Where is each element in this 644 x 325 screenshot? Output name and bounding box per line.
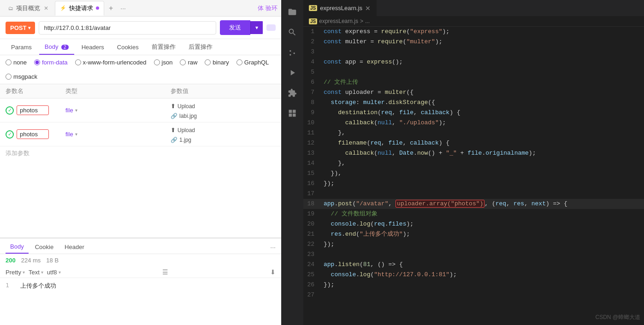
body-json-option[interactable]: json <box>154 59 173 66</box>
text-selector[interactable]: Text ▾ <box>29 269 43 276</box>
request-icon: ⚡ <box>60 5 66 11</box>
line-number-23: 23 <box>303 250 322 260</box>
line-number-17: 17 <box>303 189 322 199</box>
tab-cookies[interactable]: Cookies <box>112 40 144 54</box>
line-number-3: 3 <box>303 47 322 57</box>
source-control-icon[interactable] <box>284 44 301 61</box>
code-line-2: 2const multer = require("multer"); <box>303 37 644 47</box>
code-line-9: 9 destination(req, file, callback) { <box>303 108 644 118</box>
line-number-14: 14 <box>303 158 322 168</box>
editor-tab-expresslearn[interactable]: JS expressLearn.js ✕ <box>303 0 377 16</box>
bottom-tab-body[interactable]: Body <box>6 240 29 254</box>
body-urlencoded-option[interactable]: x-www-form-urlencoded <box>75 59 147 66</box>
code-line-27: 27 <box>303 290 644 300</box>
code-line-19: 19 // 文件数组对象 <box>303 209 644 219</box>
body-binary-option[interactable]: binary <box>205 59 229 66</box>
code-text-18: app.post("/avatar", uploader.array("phot… <box>322 199 644 209</box>
encoding-selector[interactable]: utf8 ▾ <box>47 269 61 276</box>
files-icon[interactable] <box>284 4 301 20</box>
download-icon[interactable]: ⬇ <box>270 268 276 276</box>
code-text-1: const express = require("express"); <box>322 27 644 37</box>
pretty-chevron-icon: ▾ <box>23 270 25 275</box>
line-number-9: 9 <box>303 108 322 118</box>
params-table-body: ✓ photos file ▾ ⬆ Upload 🔗 labi.jpg <box>0 99 281 238</box>
tabs-bar: 🗂 项目概览 ✕ ⚡ 快捷请求 + ··· 体 验环 <box>0 0 281 17</box>
search-icon[interactable] <box>284 24 301 41</box>
line-number-11: 11 <box>303 128 322 138</box>
line-number-16: 16 <box>303 179 322 189</box>
tab-pre-operation[interactable]: 前置操作 <box>146 39 181 55</box>
code-line-25: 25 console.log("http://127.0.0.1:81"); <box>303 270 644 280</box>
tab-post-operation[interactable]: 后置操作 <box>183 39 218 55</box>
code-text-6: // 文件上传 <box>322 77 644 87</box>
body-msgpack-option[interactable]: msgpack <box>6 73 37 80</box>
line-number-8: 8 <box>303 98 322 108</box>
tab-add-button[interactable]: + <box>106 3 116 13</box>
bottom-tabs: Body Cookie Header ··· <box>0 238 281 254</box>
bottom-tab-header[interactable]: Header <box>60 241 89 253</box>
response-status-bar: 200 224 ms 18 B <box>0 254 281 267</box>
param-check-2[interactable]: ✓ <box>6 130 14 139</box>
table-row: ✓ photos file ▾ ⬆ Upload 🔗 1.jpg <box>0 122 281 146</box>
tab-request[interactable]: ⚡ 快捷请求 <box>55 1 104 16</box>
code-text-7: const uploader = multer({ <box>322 87 644 98</box>
param-type-cell-1[interactable]: file ▾ <box>65 107 171 114</box>
code-line-23: 23 <box>303 250 644 260</box>
editor-content[interactable]: 1const express = require("express");2con… <box>303 27 644 325</box>
code-text-8: storage: multer.diskStorage({ <box>322 98 644 108</box>
editor-tab-close[interactable]: ✕ <box>365 5 371 12</box>
tab-more-button[interactable]: ··· <box>118 4 129 13</box>
code-text-2: const multer = require("multer"); <box>322 37 644 47</box>
request-bar: POST ▾ 发送 ▾ <box>0 17 281 39</box>
table-row: ✓ photos file ▾ ⬆ Upload 🔗 labi.jpg <box>0 99 281 122</box>
experience-button[interactable]: 体 验环 <box>258 4 278 12</box>
unsaved-dot <box>96 6 99 10</box>
send-main-button[interactable]: 发送 <box>220 20 250 35</box>
code-text-16: }); <box>322 179 644 189</box>
body-options: none form-data x-www-form-urlencoded jso… <box>0 55 281 84</box>
send-arrow-button[interactable]: ▾ <box>250 21 263 34</box>
method-selector[interactable]: POST ▾ <box>6 22 35 34</box>
tab-project[interactable]: 🗂 项目概览 ✕ <box>4 1 53 16</box>
pretty-selector[interactable]: Pretty ▾ <box>6 269 25 276</box>
add-param-button[interactable]: 添加参数 <box>0 146 281 160</box>
code-text-9: destination(req, file, callback) { <box>322 108 644 118</box>
status-code: 200 <box>6 257 16 264</box>
format-icon[interactable]: ☰ <box>162 268 168 276</box>
bottom-section: Body Cookie Header ··· 200 224 ms 18 B P… <box>0 238 281 325</box>
body-raw-option[interactable]: raw <box>180 59 197 66</box>
code-line-14: 14 }, <box>303 158 644 168</box>
tab-headers[interactable]: Headers <box>76 40 110 54</box>
tab-request-label: 快捷请求 <box>69 4 93 12</box>
bottom-more-button[interactable]: ··· <box>270 244 276 251</box>
code-line-15: 15 }), <box>303 168 644 179</box>
extensions-icon[interactable] <box>284 85 301 101</box>
code-line-6: 6// 文件上传 <box>303 77 644 87</box>
tab-body[interactable]: Body 2 <box>39 40 74 55</box>
param-name-input-1[interactable]: photos <box>17 105 49 115</box>
extra-button[interactable] <box>266 24 276 31</box>
param-name-input-2[interactable]: photos <box>17 129 49 139</box>
code-text-22: }); <box>322 239 644 250</box>
code-text-4: const app = express(); <box>322 57 644 67</box>
upload-button-1[interactable]: ⬆ Upload <box>171 101 276 111</box>
bottom-tab-cookie[interactable]: Cookie <box>30 241 58 253</box>
url-input[interactable] <box>39 21 216 35</box>
upload-button-2[interactable]: ⬆ Upload <box>171 125 276 135</box>
code-line-11: 11 }, <box>303 128 644 138</box>
tab-params[interactable]: Params <box>6 40 37 54</box>
run-icon[interactable] <box>284 64 301 81</box>
tab-project-close[interactable]: ✕ <box>44 5 48 12</box>
line-number-2: 2 <box>303 37 322 47</box>
line-number-25: 25 <box>303 270 322 280</box>
upload-icon-1: ⬆ <box>171 103 176 110</box>
param-check-1[interactable]: ✓ <box>6 106 14 115</box>
response-size: 18 B <box>46 257 59 264</box>
grid-icon[interactable] <box>284 105 301 122</box>
param-type-cell-2[interactable]: file ▾ <box>65 131 171 138</box>
code-line-18: 18app.post("/avatar", uploader.array("ph… <box>303 199 644 209</box>
body-none-option[interactable]: none <box>6 59 27 66</box>
body-form-data-option[interactable]: form-data <box>34 59 68 66</box>
body-graphql-option[interactable]: GraphQL <box>236 59 269 66</box>
line-number-13: 13 <box>303 148 322 158</box>
